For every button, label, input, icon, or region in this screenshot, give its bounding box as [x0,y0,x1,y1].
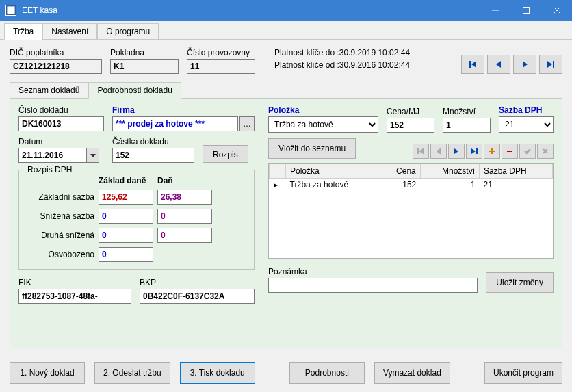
mnozstvi-input[interactable] [443,118,491,133]
dan-snizena-input[interactable] [157,209,212,224]
grid-toolbar [413,144,554,159]
firma-lookup-button[interactable]: … [239,116,255,131]
svg-marker-8 [523,61,528,68]
validity-to-text: Platnost klíče do :30.9.2019 10:02:44 [274,47,453,59]
tab-trzba[interactable]: Tržba [4,23,42,40]
nav-first-button[interactable] [461,55,484,74]
nav-last-button[interactable] [539,55,562,74]
svg-marker-13 [419,148,424,154]
cislo-dokladu-label: Číslo dokladu [18,105,104,115]
ukoncit-program-button: Ukončit program [484,362,562,384]
cena-input[interactable] [387,118,434,133]
bkp-input[interactable] [140,289,255,304]
dan-druha-input[interactable] [157,228,212,243]
zaklad-druha-input[interactable] [99,228,153,243]
grid-col-polozka[interactable]: Položka [286,164,380,179]
datum-label: Datum [18,137,104,146]
ulozit-zmeny-button[interactable]: Uložit změny [486,272,554,293]
sazba-label[interactable]: Sazba DPH [499,105,554,115]
cena-label: Cena/MJ [387,107,434,116]
firma-label[interactable]: Firma [112,105,255,115]
dph-row-label: Osvobozeno [26,250,94,259]
odeslat-trzbu-button[interactable]: 2. Odeslat tržbu [94,362,170,384]
validity-from-text: Platnost klíče od :30.9.2016 10:02:44 [274,59,453,71]
castka-input[interactable] [112,148,194,163]
svg-marker-7 [496,61,501,68]
podrobnosti-button[interactable]: Podrobnosti [289,362,365,384]
polozka-select[interactable]: Tržba za hotové [268,116,378,133]
main-tabstrip: Tržba Nastavení O programu [0,21,572,40]
zaklad-header: Základ daně [99,176,153,185]
firma-input[interactable] [112,116,238,131]
tab-oprogramu[interactable]: O programu [97,23,159,39]
datum-input[interactable] [18,148,87,163]
svg-marker-6 [471,61,476,68]
tab-label: Podrobnosti dokladu [97,86,172,95]
items-grid[interactable]: Položka Cena Množství Sazba DPH ▸ Tržba … [268,163,554,259]
svg-marker-15 [454,148,458,154]
dic-input[interactable] [10,59,102,74]
vymazat-doklad-button[interactable]: Vymazat doklad [374,362,450,384]
svg-marker-11 [90,154,96,157]
tab-podrobnosti-dokladu[interactable]: Podrobnosti dokladu [88,82,181,99]
poznamka-input[interactable] [268,278,478,293]
novy-doklad-button[interactable]: 1. Nový doklad [10,362,85,384]
dph-row-label: Snížená sazba [26,211,94,221]
grid-last-button[interactable] [466,144,482,159]
grid-delete-button[interactable] [502,144,518,159]
dan-zakladni-input[interactable] [157,190,212,205]
provozovna-input[interactable] [187,59,255,74]
zaklad-osvobozeno-input[interactable] [99,247,153,262]
window-maximize-button[interactable] [510,0,541,21]
grid-commit-button[interactable] [519,144,536,159]
window-titlebar: EET kasa [0,0,572,21]
nav-prev-button[interactable] [487,55,510,74]
row-marker-icon: ▸ [274,180,282,190]
rozpis-button[interactable]: Rozpis [203,145,248,163]
grid-col-cena[interactable]: Cena [380,164,420,179]
grid-prev-button[interactable] [430,144,447,159]
cell-cena: 152 [380,179,420,192]
table-row[interactable]: ▸ Tržba za hotové 152 1 21 [270,179,553,192]
cislo-dokladu-input[interactable] [18,116,104,131]
svg-rect-2 [523,8,529,14]
tisk-dokladu-button[interactable]: 3. Tisk dokladu [180,362,255,384]
provozovna-label: Číslo provozovny [187,48,255,57]
sazba-select[interactable]: 21 [499,116,554,133]
tab-label: O programu [106,27,150,36]
detail-panel: Číslo dokladu Firma … [10,99,562,348]
zaklad-zakladni-input[interactable] [99,190,153,205]
castka-label: Částka dokladu [112,137,194,146]
tab-seznam-dokladu[interactable]: Seznam dokladů [10,82,88,98]
polozka-label[interactable]: Položka [268,105,378,115]
nav-next-button[interactable] [513,55,536,74]
grid-col-sazba[interactable]: Sazba DPH [480,164,553,179]
tab-nastaveni[interactable]: Nastavení [42,23,97,39]
grid-add-button[interactable] [484,144,500,159]
rozpis-dph-group: Rozpis DPH Základ daně Daň Základní sazb… [18,170,255,270]
svg-marker-14 [437,148,441,154]
fik-input[interactable] [18,289,131,304]
dph-row-label: Druhá snížená [26,231,94,240]
grid-first-button[interactable] [413,144,429,159]
app-icon [5,5,16,16]
pokladna-label: Pokladna [110,48,179,57]
zaklad-snizena-input[interactable] [99,209,153,224]
dph-row-label: Základní sazba [26,192,94,202]
dan-header: Daň [157,176,212,185]
grid-cancel-button[interactable] [537,144,554,159]
cell-sazba: 21 [480,179,553,192]
grid-next-button[interactable] [448,144,465,159]
bottom-toolbar: 1. Nový doklad 2. Odeslat tržbu 3. Tisk … [0,355,572,392]
window-close-button[interactable] [541,0,572,21]
pokladna-input[interactable] [110,59,179,74]
detail-tabstrip: Seznam dokladů Podrobnosti dokladu [10,82,562,99]
datum-dropdown-button[interactable] [87,148,99,163]
grid-col-mnozstvi[interactable]: Množství [420,164,479,179]
window-minimize-button[interactable] [480,0,510,21]
dic-label: DIČ poplatníka [10,48,102,57]
poznamka-label: Poznámka [268,267,478,276]
tab-label: Seznam dokladů [18,86,79,95]
vlozit-button[interactable]: Vložit do seznamu [268,138,356,159]
svg-marker-9 [547,61,552,68]
